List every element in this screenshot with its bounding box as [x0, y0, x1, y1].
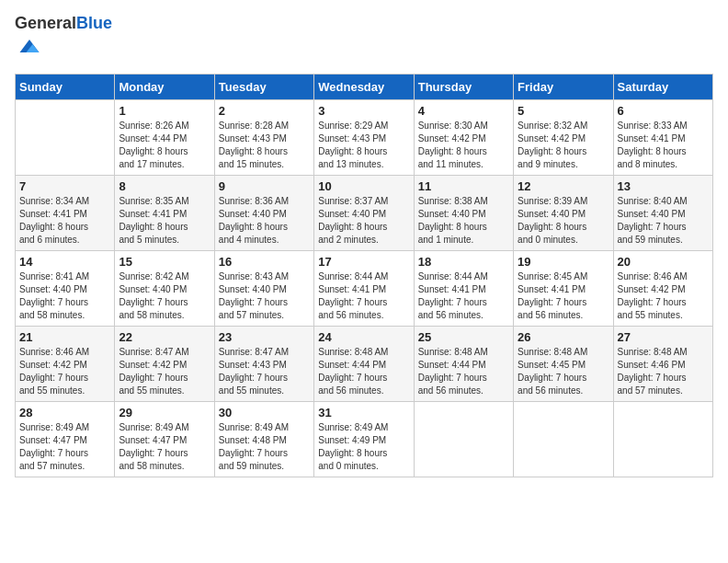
calendar-cell: 6Sunrise: 8:33 AM Sunset: 4:41 PM Daylig… [613, 99, 712, 175]
day-number: 26 [518, 330, 609, 344]
calendar-cell: 21Sunrise: 8:46 AM Sunset: 4:42 PM Dayli… [16, 326, 115, 401]
day-info: Sunrise: 8:33 AM Sunset: 4:41 PM Dayligh… [618, 120, 709, 171]
calendar-cell: 22Sunrise: 8:47 AM Sunset: 4:42 PM Dayli… [115, 326, 214, 401]
calendar-cell: 19Sunrise: 8:45 AM Sunset: 4:41 PM Dayli… [514, 250, 613, 326]
day-info: Sunrise: 8:36 AM Sunset: 4:40 PM Dayligh… [219, 195, 310, 247]
weekday-header: Tuesday [214, 74, 313, 99]
day-number: 20 [618, 255, 709, 269]
calendar-cell: 4Sunrise: 8:30 AM Sunset: 4:42 PM Daylig… [414, 99, 513, 175]
day-number: 17 [318, 255, 409, 269]
calendar-cell: 24Sunrise: 8:48 AM Sunset: 4:44 PM Dayli… [314, 326, 414, 401]
day-number: 13 [618, 179, 709, 193]
day-number: 12 [518, 179, 609, 193]
calendar-week-row: 14Sunrise: 8:41 AM Sunset: 4:40 PM Dayli… [16, 250, 713, 326]
day-number: 10 [318, 179, 409, 193]
calendar-week-row: 21Sunrise: 8:46 AM Sunset: 4:42 PM Dayli… [16, 326, 713, 401]
day-info: Sunrise: 8:45 AM Sunset: 4:41 PM Dayligh… [518, 270, 609, 322]
calendar-week-row: 1Sunrise: 8:26 AM Sunset: 4:44 PM Daylig… [16, 99, 713, 175]
day-info: Sunrise: 8:47 AM Sunset: 4:43 PM Dayligh… [219, 346, 310, 397]
weekday-header: Sunday [16, 74, 115, 99]
day-info: Sunrise: 8:48 AM Sunset: 4:44 PM Dayligh… [418, 346, 509, 397]
calendar-cell: 27Sunrise: 8:48 AM Sunset: 4:46 PM Dayli… [613, 326, 712, 401]
calendar-week-row: 28Sunrise: 8:49 AM Sunset: 4:47 PM Dayli… [16, 401, 713, 477]
day-info: Sunrise: 8:48 AM Sunset: 4:44 PM Dayligh… [318, 346, 409, 397]
calendar-cell [514, 401, 613, 477]
day-info: Sunrise: 8:48 AM Sunset: 4:45 PM Dayligh… [518, 346, 609, 397]
calendar-cell: 26Sunrise: 8:48 AM Sunset: 4:45 PM Dayli… [514, 326, 613, 401]
calendar-cell: 14Sunrise: 8:41 AM Sunset: 4:40 PM Dayli… [16, 250, 115, 326]
day-number: 11 [418, 179, 509, 193]
day-number: 28 [19, 406, 110, 419]
day-info: Sunrise: 8:35 AM Sunset: 4:41 PM Dayligh… [119, 195, 210, 247]
day-info: Sunrise: 8:44 AM Sunset: 4:41 PM Dayligh… [318, 270, 409, 322]
calendar-cell: 23Sunrise: 8:47 AM Sunset: 4:43 PM Dayli… [214, 326, 313, 401]
day-number: 25 [418, 330, 509, 344]
calendar-cell: 3Sunrise: 8:29 AM Sunset: 4:43 PM Daylig… [314, 99, 414, 175]
logo-icon [17, 33, 42, 59]
calendar-table: SundayMondayTuesdayWednesdayThursdayFrid… [15, 74, 713, 477]
day-info: Sunrise: 8:49 AM Sunset: 4:48 PM Dayligh… [219, 421, 310, 473]
calendar-cell [16, 99, 115, 175]
day-number: 27 [618, 330, 709, 344]
day-info: Sunrise: 8:46 AM Sunset: 4:42 PM Dayligh… [19, 346, 110, 397]
day-info: Sunrise: 8:30 AM Sunset: 4:42 PM Dayligh… [418, 120, 509, 171]
day-info: Sunrise: 8:49 AM Sunset: 4:49 PM Dayligh… [318, 421, 409, 473]
day-number: 19 [518, 255, 609, 269]
calendar-cell: 31Sunrise: 8:49 AM Sunset: 4:49 PM Dayli… [314, 401, 414, 477]
calendar-cell: 9Sunrise: 8:36 AM Sunset: 4:40 PM Daylig… [214, 175, 313, 250]
calendar-cell: 29Sunrise: 8:49 AM Sunset: 4:47 PM Dayli… [115, 401, 214, 477]
calendar-cell: 11Sunrise: 8:38 AM Sunset: 4:40 PM Dayli… [414, 175, 513, 250]
calendar-cell: 2Sunrise: 8:28 AM Sunset: 4:43 PM Daylig… [214, 99, 313, 175]
day-number: 29 [119, 406, 210, 419]
day-number: 3 [318, 104, 409, 118]
day-info: Sunrise: 8:42 AM Sunset: 4:40 PM Dayligh… [119, 270, 210, 322]
calendar-header: SundayMondayTuesdayWednesdayThursdayFrid… [16, 74, 713, 99]
calendar-cell: 20Sunrise: 8:46 AM Sunset: 4:42 PM Dayli… [613, 250, 712, 326]
day-info: Sunrise: 8:38 AM Sunset: 4:40 PM Dayligh… [418, 195, 509, 247]
day-info: Sunrise: 8:26 AM Sunset: 4:44 PM Dayligh… [119, 120, 210, 171]
calendar-cell: 12Sunrise: 8:39 AM Sunset: 4:40 PM Dayli… [514, 175, 613, 250]
calendar-cell: 13Sunrise: 8:40 AM Sunset: 4:40 PM Dayli… [613, 175, 712, 250]
weekday-header: Wednesday [314, 74, 414, 99]
day-info: Sunrise: 8:37 AM Sunset: 4:40 PM Dayligh… [318, 195, 409, 247]
day-info: Sunrise: 8:43 AM Sunset: 4:40 PM Dayligh… [219, 270, 310, 322]
calendar-cell [613, 401, 712, 477]
day-number: 21 [19, 330, 110, 344]
calendar-cell: 25Sunrise: 8:48 AM Sunset: 4:44 PM Dayli… [414, 326, 513, 401]
weekday-header: Saturday [613, 74, 712, 99]
day-info: Sunrise: 8:47 AM Sunset: 4:42 PM Dayligh… [119, 346, 210, 397]
day-number: 9 [219, 179, 310, 193]
day-info: Sunrise: 8:28 AM Sunset: 4:43 PM Dayligh… [219, 120, 310, 171]
day-info: Sunrise: 8:49 AM Sunset: 4:47 PM Dayligh… [19, 421, 110, 473]
day-number: 4 [418, 104, 509, 118]
logo-text: GeneralBlue [15, 15, 112, 33]
calendar-cell: 18Sunrise: 8:44 AM Sunset: 4:41 PM Dayli… [414, 250, 513, 326]
calendar-cell: 17Sunrise: 8:44 AM Sunset: 4:41 PM Dayli… [314, 250, 414, 326]
calendar-cell: 7Sunrise: 8:34 AM Sunset: 4:41 PM Daylig… [16, 175, 115, 250]
calendar-body: 1Sunrise: 8:26 AM Sunset: 4:44 PM Daylig… [16, 99, 713, 477]
day-number: 6 [618, 104, 709, 118]
calendar-cell: 16Sunrise: 8:43 AM Sunset: 4:40 PM Dayli… [214, 250, 313, 326]
calendar-cell: 28Sunrise: 8:49 AM Sunset: 4:47 PM Dayli… [16, 401, 115, 477]
day-number: 1 [119, 104, 210, 118]
day-number: 14 [19, 255, 110, 269]
calendar-cell: 15Sunrise: 8:42 AM Sunset: 4:40 PM Dayli… [115, 250, 214, 326]
day-number: 5 [518, 104, 609, 118]
day-info: Sunrise: 8:34 AM Sunset: 4:41 PM Dayligh… [19, 195, 110, 247]
calendar-cell: 1Sunrise: 8:26 AM Sunset: 4:44 PM Daylig… [115, 99, 214, 175]
day-number: 15 [119, 255, 210, 269]
day-info: Sunrise: 8:32 AM Sunset: 4:42 PM Dayligh… [518, 120, 609, 171]
weekday-row: SundayMondayTuesdayWednesdayThursdayFrid… [16, 74, 713, 99]
page-header: GeneralBlue [15, 15, 713, 63]
day-info: Sunrise: 8:49 AM Sunset: 4:47 PM Dayligh… [119, 421, 210, 473]
day-number: 18 [418, 255, 509, 269]
calendar-cell: 30Sunrise: 8:49 AM Sunset: 4:48 PM Dayli… [214, 401, 313, 477]
day-number: 24 [318, 330, 409, 344]
logo-general: General [15, 14, 76, 32]
day-number: 8 [119, 179, 210, 193]
weekday-header: Friday [514, 74, 613, 99]
calendar-cell [414, 401, 513, 477]
calendar-week-row: 7Sunrise: 8:34 AM Sunset: 4:41 PM Daylig… [16, 175, 713, 250]
calendar-cell: 10Sunrise: 8:37 AM Sunset: 4:40 PM Dayli… [314, 175, 414, 250]
day-info: Sunrise: 8:29 AM Sunset: 4:43 PM Dayligh… [318, 120, 409, 171]
